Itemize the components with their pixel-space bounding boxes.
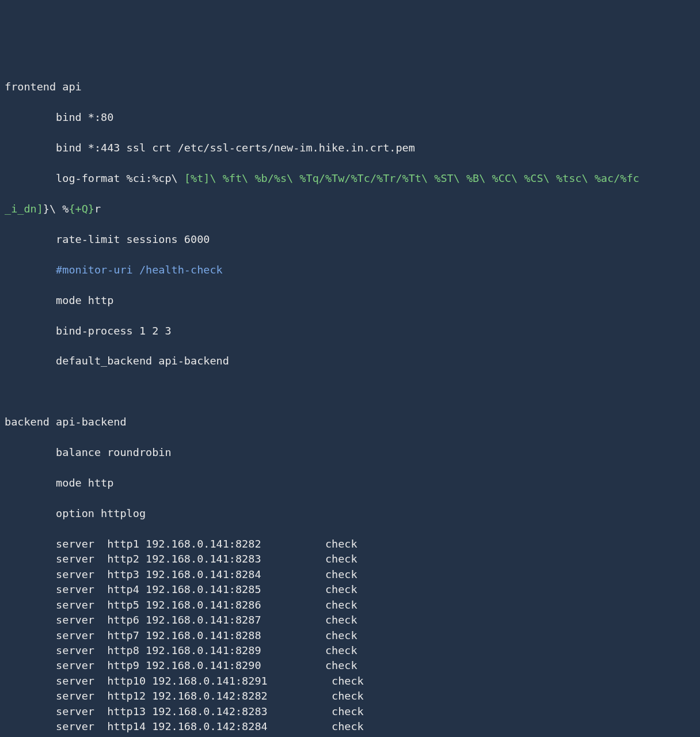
server-line: server http13 192.168.0.142:8283 check xyxy=(5,704,695,719)
server-line: server http4 192.168.0.141:8285 check xyxy=(5,582,695,597)
monitor-uri-comment: #monitor-uri /health-check xyxy=(5,263,695,278)
server-line: server http8 192.168.0.141:8289 check xyxy=(5,643,695,658)
server-line: server http2 192.168.0.141:8283 check xyxy=(5,552,695,567)
server-line: server http1 192.168.0.141:8282 check xyxy=(5,537,695,552)
log-format-tokens: [%t]\ %ft\ %b/%s\ %Tq/%Tw/%Tc/%Tr/%Tt\ %… xyxy=(184,172,640,184)
bind-443: bind *:443 ssl crt /etc/ssl-certs/new-im… xyxy=(5,140,695,155)
default-backend: default_backend api-backend xyxy=(5,354,695,368)
log-wrap-green2: {+Q} xyxy=(69,203,94,215)
server-line: server http14 192.168.0.142:8284 check xyxy=(5,719,695,734)
option-httplog: option httplog xyxy=(5,506,695,521)
log-prefix: log-format %ci:%cp\ xyxy=(5,172,184,184)
server-line: server http6 192.168.0.141:8287 check xyxy=(5,613,695,628)
server-line: server http12 192.168.0.142:8282 check xyxy=(5,689,695,704)
server-line: server http3 192.168.0.141:8284 check xyxy=(5,567,695,582)
log-format-line: log-format %ci:%cp\ [%t]\ %ft\ %b/%s\ %T… xyxy=(5,171,695,186)
server-line: server http9 192.168.0.141:8290 check xyxy=(5,658,695,673)
balance: balance roundrobin xyxy=(5,445,695,460)
log-format-wrap: _i_dn]}\ %{+Q}r xyxy=(5,202,695,216)
server-line: server http15 192.168.0.142:8285 check xyxy=(5,735,695,737)
terminal-editor[interactable]: frontend api bind *:80 bind *:443 ssl cr… xyxy=(5,64,695,737)
log-wrap-green1: _i_dn] xyxy=(5,203,43,215)
rate-limit: rate-limit sessions 6000 xyxy=(5,232,695,247)
backend-mode: mode http xyxy=(5,476,695,491)
server-line: server http7 192.168.0.141:8288 check xyxy=(5,628,695,643)
backend-header: backend api-backend xyxy=(5,415,695,430)
bind-process: bind-process 1 2 3 xyxy=(5,324,695,339)
frontend-header: frontend api xyxy=(5,79,695,94)
server-line: server http10 192.168.0.141:8291 check xyxy=(5,674,695,689)
frontend-mode: mode http xyxy=(5,293,695,308)
server-line: server http5 192.168.0.141:8286 check xyxy=(5,598,695,613)
log-wrap-tail: r xyxy=(94,203,101,215)
log-wrap-plain: }\ % xyxy=(43,203,69,215)
blank-line xyxy=(5,384,695,399)
bind-80: bind *:80 xyxy=(5,110,695,125)
